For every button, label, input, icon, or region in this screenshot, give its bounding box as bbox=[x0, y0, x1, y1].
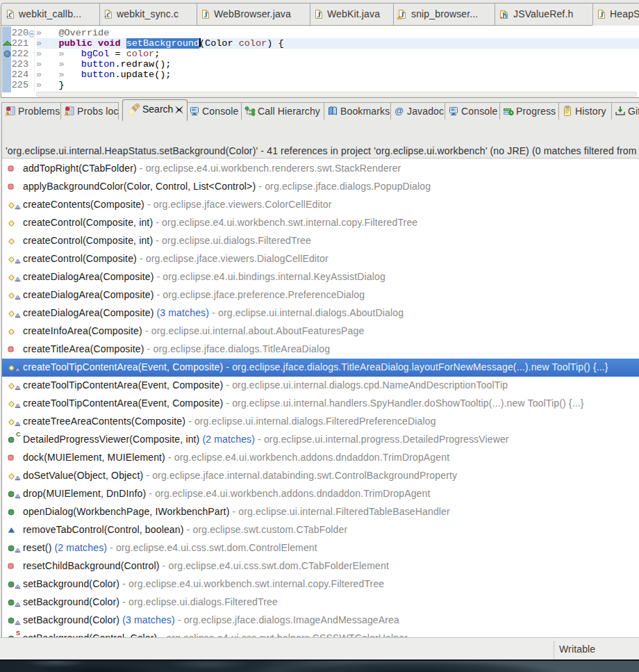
svg-text:.c: .c bbox=[6, 10, 12, 19]
svg-text:.h: .h bbox=[500, 11, 507, 19]
svg-text:@: @ bbox=[395, 106, 404, 116]
svg-text:J: J bbox=[400, 10, 404, 19]
svg-text:J: J bbox=[317, 10, 321, 19]
svg-text:J: J bbox=[599, 10, 604, 19]
svg-text:J: J bbox=[204, 10, 208, 19]
svg-text:.c: .c bbox=[104, 10, 110, 19]
